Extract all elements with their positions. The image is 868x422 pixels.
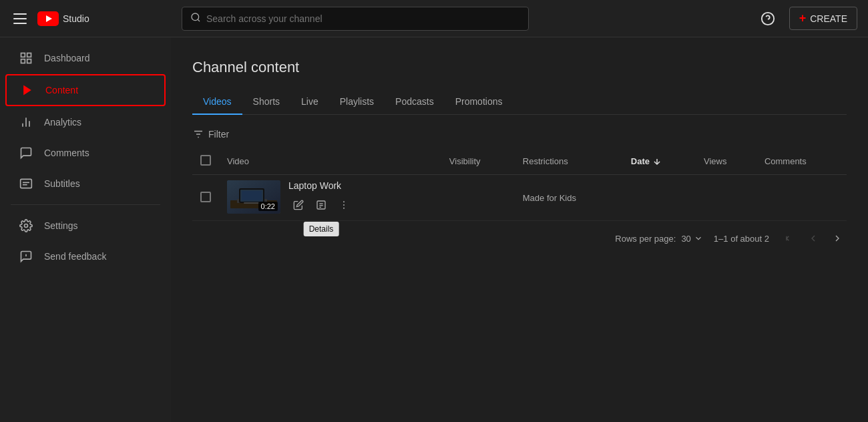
row-views-cell [696,175,756,221]
more-options-button[interactable] [334,195,354,215]
videos-table: Video Visibility Restrictions Date [192,148,847,221]
tab-promotions[interactable]: Promotions [445,89,513,115]
sidebar-item-dashboard[interactable]: Dashboard [5,43,166,73]
tab-videos[interactable]: Videos [192,89,242,115]
pagination-info: 1–1 of about 2 [714,234,769,244]
sidebar-item-label: Content [45,85,78,95]
col-visibility: Visibility [441,148,515,175]
header-left: Studio [11,11,171,27]
sidebar-item-comments[interactable]: Comments [5,138,166,168]
rows-per-page: Rows per page: 30 [615,234,703,244]
row-checkbox-cell [192,175,219,221]
svg-rect-7 [27,53,31,57]
page-title: Channel content [192,59,847,76]
create-plus-icon: + [799,11,807,25]
video-title: Laptop Work [288,180,354,191]
create-button[interactable]: + CREATE [789,7,857,30]
select-all-checkbox[interactable] [200,155,211,166]
filter-label: Filter [208,129,229,140]
svg-point-35 [343,201,345,202]
help-button[interactable] [757,8,779,29]
sidebar-item-label: Settings [44,220,78,231]
pagination-nav [780,229,847,248]
video-thumbnail: 0:22 [227,180,280,214]
filter-button[interactable]: Filter [192,128,229,140]
rows-per-page-value: 30 [681,234,690,244]
first-page-button[interactable] [780,229,799,248]
header-right: + CREATE [757,7,857,30]
col-date[interactable]: Date [623,148,696,175]
create-label: CREATE [810,13,847,24]
svg-rect-29 [242,191,262,200]
next-page-button[interactable] [828,229,847,248]
analytics-icon [19,116,33,129]
svg-rect-14 [21,179,32,188]
rows-per-page-select[interactable]: 30 [681,234,702,244]
table-row: 0:22 Laptop Work [192,175,847,221]
svg-point-37 [343,208,345,209]
hamburger-menu-icon[interactable] [11,11,29,27]
row-comments-cell [756,175,847,221]
col-video: Video [219,148,441,175]
svg-point-36 [343,204,345,206]
col-checkbox [192,148,219,175]
thumbnail-duration: 0:22 [258,202,278,211]
tabs-bar: Videos Shorts Live Playlists Podcasts Pr… [192,89,847,115]
svg-rect-8 [27,59,31,63]
sidebar-item-label: Send feedback [44,251,106,262]
sidebar: Dashboard Content Analytics [0,37,171,422]
sidebar-item-label: Comments [44,148,89,158]
col-comments: Comments [756,148,847,175]
tab-shorts[interactable]: Shorts [242,89,290,115]
row-checkbox[interactable] [200,192,211,202]
search-input[interactable] [206,13,520,24]
main-layout: Dashboard Content Analytics [0,37,868,422]
date-col-label: Date [631,156,650,166]
logo-area: Studio [37,11,89,26]
svg-point-17 [25,224,28,228]
video-actions: Details [288,195,354,215]
col-views: Views [696,148,756,175]
prev-page-button[interactable] [804,229,823,248]
svg-line-3 [198,19,200,21]
tab-live[interactable]: Live [290,89,329,115]
svg-rect-6 [21,53,25,57]
studio-label: Studio [63,13,89,24]
sidebar-item-settings[interactable]: Settings [5,211,166,240]
comments-icon [19,146,33,160]
sidebar-item-subtitles[interactable]: Subtitles [5,169,166,198]
row-video-cell: 0:22 Laptop Work [219,175,441,221]
video-cell: 0:22 Laptop Work [227,180,433,215]
svg-marker-10 [23,85,31,95]
svg-rect-9 [21,59,25,63]
table-container: Video Visibility Restrictions Date [192,148,847,221]
search-icon [190,12,201,25]
sidebar-divider [11,204,160,205]
sidebar-item-label: Dashboard [44,53,90,63]
table-footer: Rows per page: 30 1–1 of about 2 [192,221,847,256]
table-header-row: Video Visibility Restrictions Date [192,148,847,175]
sidebar-item-analytics[interactable]: Analytics [5,108,166,137]
sidebar-item-label: Analytics [44,117,81,128]
content-area: Channel content Videos Shorts Live Playl… [171,37,868,422]
settings-icon [19,219,33,232]
sidebar-item-feedback[interactable]: Send feedback [5,242,166,271]
details-button-wrapper: Details [311,195,331,215]
subtitles-icon [19,177,33,190]
filter-bar: Filter [192,126,847,143]
col-restrictions: Restrictions [515,148,623,175]
content-icon [20,83,35,97]
youtube-logo-icon [37,11,59,26]
sidebar-item-content[interactable]: Content [5,74,166,106]
search-bar[interactable] [182,7,529,31]
header: Studio + CREATE [0,0,868,37]
row-restrictions-cell: Made for Kids [515,175,623,221]
sidebar-item-label: Subtitles [44,178,80,189]
rows-per-page-label: Rows per page: [615,234,676,244]
tab-podcasts[interactable]: Podcasts [385,89,445,115]
dashboard-icon [19,51,33,65]
edit-button[interactable] [288,195,308,215]
feedback-icon [19,250,33,263]
tab-playlists[interactable]: Playlists [329,89,385,115]
details-button[interactable] [311,195,331,215]
